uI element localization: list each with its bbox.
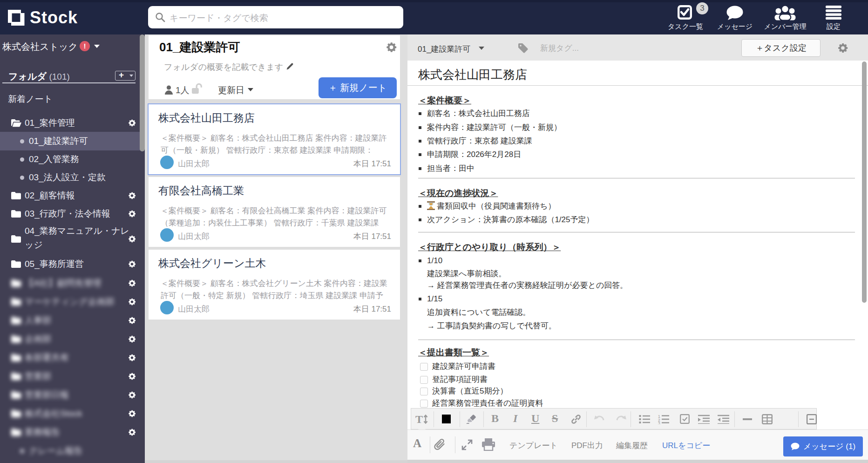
svg-text:3: 3: [658, 421, 660, 424]
svg-text:T: T: [415, 413, 423, 425]
